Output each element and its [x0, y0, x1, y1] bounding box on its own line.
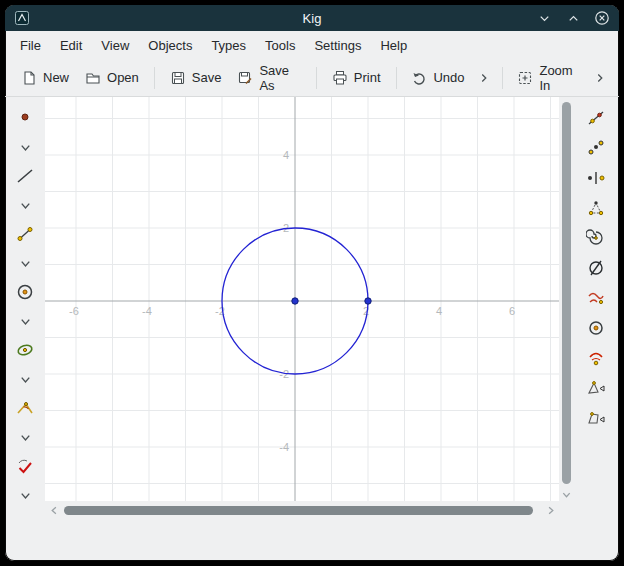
similar-polygon-icon	[586, 408, 606, 432]
svg-text:-4: -4	[279, 441, 289, 453]
maximize-button[interactable]	[565, 10, 581, 26]
circle-with-center-icon	[586, 318, 606, 342]
window-title: Kig	[5, 11, 619, 26]
canvas-column: -6-4-224642-2-4	[45, 97, 559, 561]
angle-icon	[15, 398, 35, 422]
menu-edit[interactable]: Edit	[60, 38, 82, 53]
angle-tools-expander[interactable]	[14, 428, 36, 450]
chevron-down-icon	[18, 256, 33, 275]
chevron-down-icon	[18, 372, 33, 391]
triangle-points-icon	[586, 198, 606, 222]
minimize-button[interactable]	[536, 10, 552, 26]
circle-tools-expander[interactable]	[14, 312, 36, 334]
triangle-points-tool-button[interactable]	[585, 199, 607, 221]
test-tool-button[interactable]	[14, 457, 36, 479]
save-button[interactable]: Save	[162, 66, 230, 90]
scroll-right-icon[interactable]	[544, 504, 556, 516]
rotation-spiral-icon	[586, 228, 606, 252]
arc-tool-button[interactable]	[585, 289, 607, 311]
menu-help[interactable]: Help	[380, 38, 407, 53]
three-points-tool-button[interactable]	[585, 139, 607, 161]
circle-icon	[15, 282, 35, 306]
open-folder-icon	[85, 70, 101, 86]
close-button[interactable]	[594, 10, 610, 26]
geometry-canvas[interactable]: -6-4-224642-2-4	[45, 97, 559, 501]
zoom-in-icon	[517, 70, 533, 86]
left-toolbar	[5, 97, 45, 561]
menu-view[interactable]: View	[101, 38, 129, 53]
point-icon	[15, 108, 35, 132]
angle-tool-button[interactable]	[14, 399, 36, 421]
line-tools-expander[interactable]	[14, 196, 36, 218]
inversion-tool-button[interactable]	[585, 259, 607, 281]
menu-file[interactable]: File	[20, 38, 41, 53]
circle-tool-button[interactable]	[14, 283, 36, 305]
kig-window: Kig File Edit View Objects Types Tools S…	[5, 5, 619, 561]
svg-text:4: 4	[436, 305, 442, 317]
zoom-in-button-label: Zoom In	[539, 63, 581, 93]
open-button-label: Open	[107, 70, 139, 85]
conic-tools-expander[interactable]	[14, 370, 36, 392]
similar-polygon-tool-button[interactable]	[585, 409, 607, 431]
similar-triangle-tool-button[interactable]	[585, 379, 607, 401]
new-button-label: New	[43, 70, 69, 85]
scroll-left-icon[interactable]	[48, 504, 60, 516]
scroll-down-icon[interactable]	[560, 488, 572, 500]
undo-icon	[411, 70, 427, 86]
segment-tools-expander[interactable]	[14, 254, 36, 276]
menu-types[interactable]: Types	[211, 38, 246, 53]
toolbar-overflow-icon[interactable]	[473, 71, 495, 85]
line-two-points-tool-button[interactable]	[585, 109, 607, 131]
desktop-background: Kig File Edit View Objects Types Tools S…	[0, 0, 624, 566]
segment-tool-button[interactable]	[14, 225, 36, 247]
svg-text:-4: -4	[142, 305, 152, 317]
red-arcs-icon	[586, 288, 606, 312]
segment-icon	[15, 224, 35, 248]
vertical-scroll-track[interactable]	[562, 100, 571, 486]
vertical-scroll-thumb[interactable]	[562, 102, 571, 484]
line-two-points-icon	[586, 108, 606, 132]
print-button[interactable]: Print	[324, 66, 389, 90]
toolbar: New Open Save Save As Print	[5, 59, 619, 97]
save-as-button-label: Save As	[259, 63, 301, 93]
save-as-button[interactable]: Save As	[229, 59, 309, 97]
point-on-segment-tool-button[interactable]	[585, 169, 607, 191]
svg-text:4: 4	[283, 149, 289, 161]
open-button[interactable]: Open	[77, 66, 147, 90]
svg-text:-6: -6	[69, 305, 79, 317]
toolbar-overflow-icon[interactable]	[589, 71, 611, 85]
chevron-down-icon	[18, 488, 33, 507]
main-area: -6-4-224642-2-4	[5, 97, 619, 561]
horizontal-scroll-thumb[interactable]	[64, 506, 533, 515]
chevron-down-icon	[18, 430, 33, 449]
menu-tools[interactable]: Tools	[265, 38, 295, 53]
rotation-tool-button[interactable]	[585, 229, 607, 251]
vertical-scrollbar[interactable]	[559, 97, 573, 561]
horizontal-scroll-track[interactable]	[63, 506, 541, 515]
save-button-label: Save	[192, 70, 222, 85]
conic-tool-button[interactable]	[14, 341, 36, 363]
new-button[interactable]: New	[13, 66, 77, 90]
point-tool-button[interactable]	[14, 109, 36, 131]
titlebar[interactable]: Kig	[5, 5, 619, 31]
check-test-icon	[15, 456, 35, 480]
toolbar-separator	[396, 67, 397, 89]
undo-button-label: Undo	[433, 70, 464, 85]
line-icon	[15, 166, 35, 190]
circle-center-tool-button[interactable]	[585, 319, 607, 341]
toolbar-separator	[154, 67, 155, 89]
horizontal-scrollbar[interactable]	[45, 501, 559, 519]
svg-text:6: 6	[509, 305, 515, 317]
line-tool-button[interactable]	[14, 167, 36, 189]
chevron-down-icon	[18, 140, 33, 159]
toolbar-separator	[316, 67, 317, 89]
test-tools-expander[interactable]	[14, 486, 36, 508]
arc-with-point-icon	[586, 348, 606, 372]
undo-button[interactable]: Undo	[403, 66, 472, 90]
menu-settings[interactable]: Settings	[314, 38, 361, 53]
menu-objects[interactable]: Objects	[148, 38, 192, 53]
zoom-in-button[interactable]: Zoom In	[509, 59, 589, 97]
point-tools-expander[interactable]	[14, 138, 36, 160]
app-icon	[14, 10, 30, 26]
arc-point-tool-button[interactable]	[585, 349, 607, 371]
